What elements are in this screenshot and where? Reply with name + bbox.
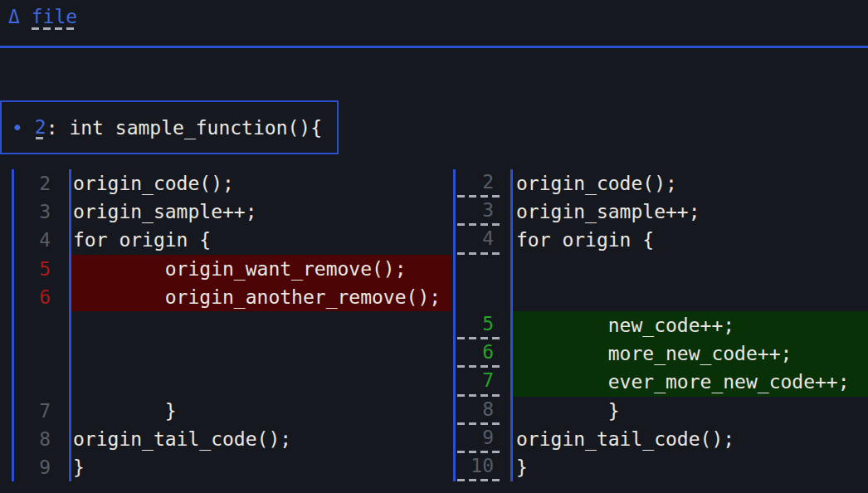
- line-number-cell: 7: [453, 368, 513, 396]
- line-number-cell: [12, 311, 71, 339]
- diff-row: [453, 283, 868, 311]
- line-number-cell: 3: [12, 198, 71, 226]
- line-number: 8: [14, 425, 69, 453]
- line-number-cell: 2: [12, 169, 71, 198]
- diff-row: 10}: [453, 453, 868, 481]
- line-number: 7: [457, 368, 504, 396]
- header-divider: [0, 46, 868, 48]
- diff-row: [12, 311, 451, 339]
- diff-row: 6 more_new_code++;: [453, 339, 868, 368]
- line-number: 8: [457, 397, 504, 425]
- line-number-cell: 2: [453, 169, 513, 198]
- code-line: origin_code();: [71, 169, 451, 198]
- diff-row: 2origin_code();: [12, 169, 451, 198]
- diff-row: 9origin_tail_code();: [453, 425, 868, 453]
- delta-icon: Δ: [8, 6, 20, 27]
- diff-row: 3origin_sample++;: [12, 198, 451, 226]
- line-number: 6: [14, 283, 69, 311]
- code-line: new_code++;: [513, 311, 868, 339]
- diff-row: 5 new_code++;: [453, 311, 868, 339]
- code-line: for origin {: [71, 226, 451, 254]
- code-line: }: [513, 397, 868, 425]
- diff-row: 9}: [12, 453, 451, 481]
- line-number-cell: 9: [453, 425, 513, 453]
- code-line: [71, 311, 451, 339]
- line-number-cell: 7: [12, 397, 71, 425]
- file-header: Δ file: [8, 3, 77, 30]
- line-number-cell: 6: [12, 283, 71, 311]
- diff-row: 3origin_sample++;: [453, 198, 868, 226]
- code-line: }: [513, 453, 868, 481]
- line-number: 4: [14, 226, 69, 254]
- line-number-cell: 5: [12, 255, 71, 283]
- line-number: 9: [14, 453, 69, 481]
- line-number: 3: [14, 198, 69, 226]
- line-number: 7: [14, 397, 69, 425]
- left-pane: 2origin_code();3origin_sample++;4for ori…: [12, 169, 451, 481]
- line-number: 2: [14, 169, 69, 198]
- line-number: 5: [457, 311, 504, 339]
- code-line: [71, 368, 451, 396]
- diff-row: 5 origin_want_remove();: [12, 255, 451, 283]
- code-line: }: [71, 397, 451, 425]
- line-number-cell: 8: [12, 425, 71, 453]
- code-line: ever_more_new_code++;: [513, 368, 868, 396]
- code-line: origin_want_remove();: [71, 255, 451, 283]
- line-number: 3: [457, 198, 504, 226]
- line-number-cell: [12, 339, 71, 368]
- line-number: 6: [457, 339, 504, 368]
- hunk-signature: : int sample_function(){: [46, 117, 322, 139]
- line-number-cell: 10: [453, 453, 513, 481]
- file-name: file: [32, 6, 77, 30]
- code-line: origin_another_remove();: [71, 283, 451, 311]
- line-number-cell: [453, 255, 513, 283]
- line-number-cell: 8: [453, 397, 513, 425]
- code-line: [513, 283, 868, 311]
- line-number-cell: 6: [453, 339, 513, 368]
- code-line: more_new_code++;: [513, 339, 868, 368]
- code-line: }: [71, 453, 451, 481]
- spacer: [20, 6, 32, 27]
- code-line: origin_tail_code();: [71, 425, 451, 453]
- diff-row: 7 ever_more_new_code++;: [453, 368, 868, 396]
- code-line: origin_sample++;: [71, 198, 451, 226]
- hunk-line-number: 2: [35, 116, 46, 139]
- code-line: [71, 339, 451, 368]
- code-line: origin_tail_code();: [513, 425, 868, 453]
- line-number-cell: 4: [453, 226, 513, 254]
- diff-row: [453, 255, 868, 283]
- diff-row: 4for origin {: [12, 226, 451, 254]
- diff-row: [12, 339, 451, 368]
- line-number: 10: [457, 453, 504, 481]
- diff-row: 7 }: [12, 397, 451, 425]
- line-number: 5: [14, 255, 69, 283]
- diff-row: 8 }: [453, 397, 868, 425]
- line-number: 4: [457, 226, 504, 254]
- line-number-cell: 4: [12, 226, 71, 254]
- line-number: 2: [457, 169, 504, 198]
- line-number: 9: [457, 425, 504, 453]
- code-line: [513, 255, 868, 283]
- diff-row: 6 origin_another_remove();: [12, 283, 451, 311]
- line-number-cell: [453, 283, 513, 311]
- line-number-cell: [12, 368, 71, 396]
- bullet-icon: •: [12, 117, 23, 139]
- line-number-cell: 9: [12, 453, 71, 481]
- diff-row: 2origin_code();: [453, 169, 868, 198]
- diff-row: [12, 368, 451, 396]
- diff-row: 4for origin {: [453, 226, 868, 254]
- code-line: origin_code();: [513, 169, 868, 198]
- code-line: origin_sample++;: [513, 198, 868, 226]
- hunk-header: •2: int sample_function(){: [0, 100, 339, 154]
- line-number-cell: 5: [453, 311, 513, 339]
- diff-row: 8origin_tail_code();: [12, 425, 451, 453]
- diff-viewer: { "colors": { "background": "#15181e", "…: [0, 0, 868, 493]
- right-pane: 2origin_code();3origin_sample++;4for ori…: [453, 169, 868, 481]
- line-number-cell: 3: [453, 198, 513, 226]
- code-line: for origin {: [513, 226, 868, 254]
